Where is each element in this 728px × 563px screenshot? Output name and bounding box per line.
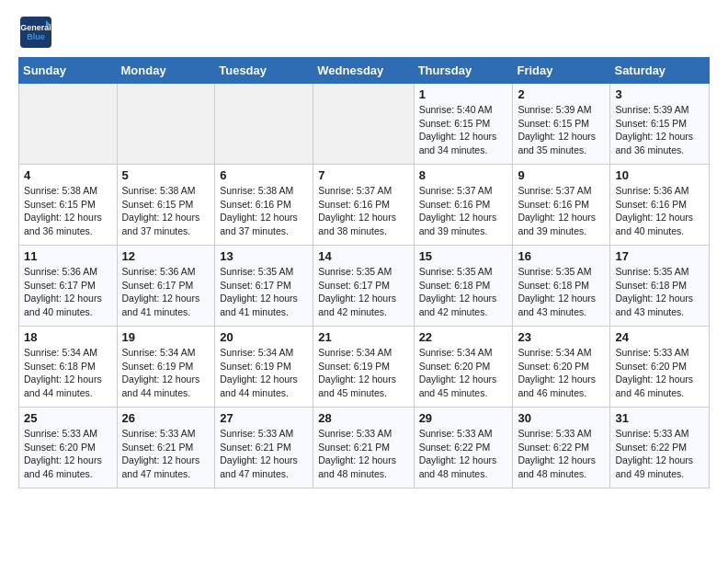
day-number: 31 — [615, 411, 704, 425]
calendar-cell: 4Sunrise: 5:38 AMSunset: 6:15 PMDaylight… — [19, 165, 118, 246]
day-detail: Sunrise: 5:34 AMSunset: 6:20 PMDaylight:… — [518, 346, 605, 400]
day-number: 17 — [615, 249, 704, 263]
day-detail: Sunrise: 5:34 AMSunset: 6:19 PMDaylight:… — [318, 346, 408, 400]
calendar-cell: 22Sunrise: 5:34 AMSunset: 6:20 PMDayligh… — [414, 327, 513, 408]
day-detail: Sunrise: 5:33 AMSunset: 6:22 PMDaylight:… — [419, 427, 508, 481]
day-detail: Sunrise: 5:37 AMSunset: 6:16 PMDaylight:… — [419, 184, 508, 238]
day-detail: Sunrise: 5:34 AMSunset: 6:19 PMDaylight:… — [122, 346, 210, 400]
calendar-cell: 24Sunrise: 5:33 AMSunset: 6:20 PMDayligh… — [610, 327, 710, 408]
header-monday: Monday — [117, 58, 215, 84]
calendar-cell: 23Sunrise: 5:34 AMSunset: 6:20 PMDayligh… — [513, 327, 610, 408]
day-detail: Sunrise: 5:40 AMSunset: 6:15 PMDaylight:… — [419, 103, 508, 157]
day-number: 8 — [419, 168, 508, 182]
header-thursday: Thursday — [414, 58, 513, 84]
calendar-cell: 29Sunrise: 5:33 AMSunset: 6:22 PMDayligh… — [414, 408, 513, 488]
day-detail: Sunrise: 5:33 AMSunset: 6:21 PMDaylight:… — [220, 427, 308, 481]
calendar-table: SundayMondayTuesdayWednesdayThursdayFrid… — [18, 57, 710, 488]
day-detail: Sunrise: 5:37 AMSunset: 6:16 PMDaylight:… — [318, 184, 408, 238]
day-number: 23 — [518, 330, 605, 344]
calendar-cell: 13Sunrise: 5:35 AMSunset: 6:17 PMDayligh… — [215, 246, 313, 327]
calendar-cell: 25Sunrise: 5:33 AMSunset: 6:20 PMDayligh… — [19, 408, 118, 488]
day-number: 2 — [518, 87, 605, 101]
day-number: 6 — [220, 168, 308, 182]
header-friday: Friday — [513, 58, 610, 84]
day-detail: Sunrise: 5:33 AMSunset: 6:21 PMDaylight:… — [318, 427, 408, 481]
day-detail: Sunrise: 5:35 AMSunset: 6:18 PMDaylight:… — [518, 265, 605, 319]
header-wednesday: Wednesday — [313, 58, 414, 84]
logo-icon: General Blue — [18, 15, 53, 50]
calendar-cell: 5Sunrise: 5:38 AMSunset: 6:15 PMDaylight… — [117, 165, 215, 246]
day-number: 1 — [419, 87, 508, 101]
day-number: 15 — [419, 249, 508, 263]
day-number: 4 — [24, 168, 112, 182]
day-detail: Sunrise: 5:33 AMSunset: 6:20 PMDaylight:… — [24, 427, 112, 481]
calendar-cell — [313, 84, 414, 165]
day-number: 22 — [419, 330, 508, 344]
day-detail: Sunrise: 5:38 AMSunset: 6:15 PMDaylight:… — [24, 184, 112, 238]
calendar-cell: 18Sunrise: 5:34 AMSunset: 6:18 PMDayligh… — [19, 327, 118, 408]
day-number: 19 — [122, 330, 210, 344]
day-number: 12 — [122, 249, 210, 263]
day-number: 16 — [518, 249, 605, 263]
calendar-cell: 28Sunrise: 5:33 AMSunset: 6:21 PMDayligh… — [313, 408, 414, 488]
day-detail: Sunrise: 5:36 AMSunset: 6:16 PMDaylight:… — [615, 184, 704, 238]
day-number: 11 — [24, 249, 112, 263]
header-saturday: Saturday — [610, 58, 710, 84]
day-detail: Sunrise: 5:33 AMSunset: 6:22 PMDaylight:… — [615, 427, 704, 481]
calendar-cell: 27Sunrise: 5:33 AMSunset: 6:21 PMDayligh… — [215, 408, 313, 488]
calendar-cell: 14Sunrise: 5:35 AMSunset: 6:17 PMDayligh… — [313, 246, 414, 327]
calendar-cell: 17Sunrise: 5:35 AMSunset: 6:18 PMDayligh… — [610, 246, 710, 327]
day-number: 27 — [220, 411, 308, 425]
day-detail: Sunrise: 5:39 AMSunset: 6:15 PMDaylight:… — [615, 103, 704, 157]
day-detail: Sunrise: 5:33 AMSunset: 6:22 PMDaylight:… — [518, 427, 605, 481]
day-detail: Sunrise: 5:35 AMSunset: 6:17 PMDaylight:… — [220, 265, 308, 319]
header-sunday: Sunday — [19, 58, 118, 84]
day-number: 18 — [24, 330, 112, 344]
header-tuesday: Tuesday — [215, 58, 313, 84]
day-number: 13 — [220, 249, 308, 263]
day-detail: Sunrise: 5:38 AMSunset: 6:15 PMDaylight:… — [122, 184, 210, 238]
calendar-cell: 10Sunrise: 5:36 AMSunset: 6:16 PMDayligh… — [610, 165, 710, 246]
day-detail: Sunrise: 5:36 AMSunset: 6:17 PMDaylight:… — [24, 265, 112, 319]
day-number: 29 — [419, 411, 508, 425]
calendar-cell: 2Sunrise: 5:39 AMSunset: 6:15 PMDaylight… — [513, 84, 610, 165]
calendar-cell: 11Sunrise: 5:36 AMSunset: 6:17 PMDayligh… — [19, 246, 118, 327]
calendar-cell: 30Sunrise: 5:33 AMSunset: 6:22 PMDayligh… — [513, 408, 610, 488]
day-detail: Sunrise: 5:35 AMSunset: 6:18 PMDaylight:… — [615, 265, 704, 319]
logo: General Blue — [18, 15, 53, 50]
day-detail: Sunrise: 5:38 AMSunset: 6:16 PMDaylight:… — [220, 184, 308, 238]
calendar-cell: 7Sunrise: 5:37 AMSunset: 6:16 PMDaylight… — [313, 165, 414, 246]
day-number: 20 — [220, 330, 308, 344]
calendar-cell: 16Sunrise: 5:35 AMSunset: 6:18 PMDayligh… — [513, 246, 610, 327]
day-number: 14 — [318, 249, 408, 263]
day-detail: Sunrise: 5:37 AMSunset: 6:16 PMDaylight:… — [518, 184, 605, 238]
calendar-cell: 3Sunrise: 5:39 AMSunset: 6:15 PMDaylight… — [610, 84, 710, 165]
calendar-cell: 15Sunrise: 5:35 AMSunset: 6:18 PMDayligh… — [414, 246, 513, 327]
day-number: 25 — [24, 411, 112, 425]
day-number: 26 — [122, 411, 210, 425]
calendar-cell: 31Sunrise: 5:33 AMSunset: 6:22 PMDayligh… — [610, 408, 710, 488]
day-number: 3 — [615, 87, 704, 101]
day-detail: Sunrise: 5:39 AMSunset: 6:15 PMDaylight:… — [518, 103, 605, 157]
day-detail: Sunrise: 5:35 AMSunset: 6:17 PMDaylight:… — [318, 265, 408, 319]
day-number: 24 — [615, 330, 704, 344]
calendar-cell — [19, 84, 118, 165]
day-detail: Sunrise: 5:36 AMSunset: 6:17 PMDaylight:… — [122, 265, 210, 319]
svg-text:Blue: Blue — [27, 32, 45, 41]
day-detail: Sunrise: 5:34 AMSunset: 6:20 PMDaylight:… — [419, 346, 508, 400]
calendar-cell: 6Sunrise: 5:38 AMSunset: 6:16 PMDaylight… — [215, 165, 313, 246]
calendar-cell: 1Sunrise: 5:40 AMSunset: 6:15 PMDaylight… — [414, 84, 513, 165]
day-detail: Sunrise: 5:34 AMSunset: 6:19 PMDaylight:… — [220, 346, 308, 400]
day-detail: Sunrise: 5:35 AMSunset: 6:18 PMDaylight:… — [419, 265, 508, 319]
calendar-cell: 26Sunrise: 5:33 AMSunset: 6:21 PMDayligh… — [117, 408, 215, 488]
calendar-cell: 21Sunrise: 5:34 AMSunset: 6:19 PMDayligh… — [313, 327, 414, 408]
day-detail: Sunrise: 5:34 AMSunset: 6:18 PMDaylight:… — [24, 346, 112, 400]
calendar-cell: 9Sunrise: 5:37 AMSunset: 6:16 PMDaylight… — [513, 165, 610, 246]
day-detail: Sunrise: 5:33 AMSunset: 6:20 PMDaylight:… — [615, 346, 704, 400]
calendar-cell: 12Sunrise: 5:36 AMSunset: 6:17 PMDayligh… — [117, 246, 215, 327]
calendar-cell — [117, 84, 215, 165]
day-number: 7 — [318, 168, 408, 182]
day-number: 21 — [318, 330, 408, 344]
calendar-cell: 19Sunrise: 5:34 AMSunset: 6:19 PMDayligh… — [117, 327, 215, 408]
day-number: 5 — [122, 168, 210, 182]
